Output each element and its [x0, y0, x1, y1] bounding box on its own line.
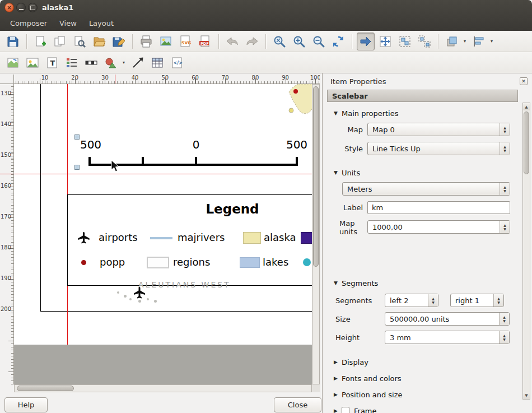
move-content-button[interactable]: [376, 33, 394, 50]
window-maximize-button[interactable]: [28, 3, 38, 12]
add-scalebar-button[interactable]: [82, 54, 100, 72]
align-items-button[interactable]: ▾: [470, 33, 495, 50]
titlebar: × alaska1 Composer View Layout: [0, 0, 532, 31]
segments-right-spinbox[interactable]: right 1 ▲▼: [450, 294, 504, 307]
canvas-horizontal-scrollbar[interactable]: [14, 384, 312, 392]
menu-view[interactable]: View: [53, 17, 83, 30]
unit-label-input[interactable]: km: [367, 201, 510, 214]
raise-items-button[interactable]: ▾: [443, 33, 468, 50]
export-svg-button[interactable]: SVG: [176, 33, 194, 50]
map-dot: [154, 300, 157, 303]
scalebar-tick: [195, 157, 197, 165]
add-table-button[interactable]: [148, 54, 166, 72]
group-items-button[interactable]: [396, 33, 414, 50]
legend-entry-label: airports: [99, 230, 138, 245]
zoom-full-button[interactable]: [270, 33, 288, 50]
move-content-icon: [379, 35, 392, 48]
size-spinbox[interactable]: 500000,00 units ▲▼: [385, 312, 510, 326]
section-units[interactable]: ▼ Units: [327, 168, 360, 178]
zoom-out-button[interactable]: [310, 33, 328, 50]
menu-layout[interactable]: Layout: [83, 17, 120, 30]
menu-composer[interactable]: Composer: [4, 17, 53, 30]
window-close-button[interactable]: ×: [4, 3, 14, 12]
panel-close-button[interactable]: ✕: [520, 77, 528, 85]
legend-entry-label: majrivers: [178, 230, 225, 245]
map-select[interactable]: Map 0 ▲▼: [367, 123, 510, 136]
duplicate-composer-button[interactable]: [51, 33, 69, 50]
map-label-text: ALEUTIANS WEST: [138, 280, 231, 289]
scroll-up-icon[interactable]: ▲: [523, 103, 530, 110]
size-label: Size: [335, 315, 351, 323]
section-frame[interactable]: ▶ Frame: [327, 406, 377, 413]
add-html-button[interactable]: </>: [168, 54, 186, 72]
spin-arrows-icon[interactable]: ▲▼: [428, 294, 438, 307]
select-move-button[interactable]: [357, 33, 375, 50]
export-image-button[interactable]: [157, 33, 175, 50]
scrollbar-handle[interactable]: [524, 112, 529, 174]
spin-arrows-icon[interactable]: ▲▼: [499, 331, 509, 344]
add-label-button[interactable]: T: [43, 54, 61, 72]
export-pdf-button[interactable]: PDF: [196, 33, 214, 50]
add-map-button[interactable]: [4, 54, 22, 72]
frame-checkbox[interactable]: [342, 407, 349, 413]
scalebar-label: 0: [171, 138, 221, 151]
redo-button[interactable]: [243, 33, 261, 50]
combo-arrows-icon[interactable]: ▲▼: [500, 142, 510, 155]
new-composer-icon: [34, 35, 47, 48]
segments-left-spinbox[interactable]: left 2 ▲▼: [385, 294, 438, 307]
undo-button[interactable]: [223, 33, 241, 50]
section-display[interactable]: ▶ Display: [327, 357, 368, 367]
add-arrow-button[interactable]: [129, 54, 147, 72]
save-button[interactable]: [4, 33, 22, 50]
save-as-button[interactable]: [110, 33, 128, 50]
ruler-number: 200: [1, 306, 12, 312]
ruler-number: 80: [247, 75, 264, 81]
legend-title: Legend: [188, 202, 277, 216]
window-minimize-button[interactable]: [16, 3, 26, 12]
canvas-vertical-scrollbar[interactable]: [312, 84, 320, 384]
composer-manager-button[interactable]: [71, 33, 88, 50]
unit-label-label: Label: [334, 203, 363, 212]
panel-scrollbar[interactable]: ▲ ▼: [522, 103, 530, 400]
scroll-down-icon[interactable]: ▼: [523, 392, 530, 399]
section-fonts-and-colors[interactable]: ▶ Fonts and colors: [327, 373, 402, 383]
composer-canvas-zone: 102030405060708090100 130140150160170180…: [0, 73, 322, 413]
add-table-icon: [151, 56, 164, 69]
scrollbar-handle[interactable]: [313, 86, 319, 267]
spin-arrows-icon[interactable]: ▲▼: [500, 221, 510, 233]
print-button[interactable]: [137, 33, 155, 50]
height-spinbox[interactable]: 3 mm ▲▼: [385, 331, 510, 344]
close-button[interactable]: Close: [274, 397, 321, 412]
map-units-spinbox[interactable]: 1000,00 ▲▼: [367, 220, 510, 234]
refresh-button[interactable]: [329, 33, 347, 50]
style-select[interactable]: Line Ticks Up ▲▼: [367, 142, 510, 155]
combo-arrows-icon[interactable]: ▲▼: [500, 123, 510, 136]
section-main-properties[interactable]: ▼ Main properties: [327, 108, 399, 118]
scrollbar-handle[interactable]: [17, 386, 74, 391]
mouse-cursor: [110, 160, 120, 173]
ungroup-items-button[interactable]: [416, 33, 433, 50]
ungroup-items-icon: [418, 35, 431, 48]
add-image-button[interactable]: [24, 54, 41, 72]
help-button[interactable]: Help: [4, 397, 48, 412]
ruler-guide-marker: [0, 174, 13, 174]
svg-text:SVG: SVG: [181, 40, 191, 45]
guide-horizontal[interactable]: [14, 174, 312, 174]
units-select[interactable]: Meters ▲▼: [342, 182, 510, 196]
zoom-in-button[interactable]: [290, 33, 308, 50]
add-legend-button[interactable]: [63, 54, 81, 72]
section-position-and-size[interactable]: ▶ Position and size: [327, 389, 403, 400]
add-shape-button[interactable]: ▾: [102, 54, 127, 72]
section-segments[interactable]: ▼ Segments: [327, 278, 378, 288]
spin-arrows-icon[interactable]: ▲▼: [499, 313, 509, 325]
dropdown-arrow-icon: ▾: [123, 60, 125, 65]
open-button[interactable]: [90, 33, 108, 50]
selection-handle[interactable]: [74, 165, 80, 170]
new-composer-button[interactable]: [31, 33, 49, 50]
spin-arrows-icon[interactable]: ▲▼: [493, 294, 503, 307]
selection-handle[interactable]: [74, 134, 80, 140]
add-label-icon: T: [45, 56, 59, 69]
combo-arrows-icon[interactable]: ▲▼: [500, 183, 510, 195]
canvas-viewport[interactable]: 5000500 Legend airportsmajriversalaskapo…: [14, 84, 312, 384]
map-point-marker: [293, 89, 298, 94]
